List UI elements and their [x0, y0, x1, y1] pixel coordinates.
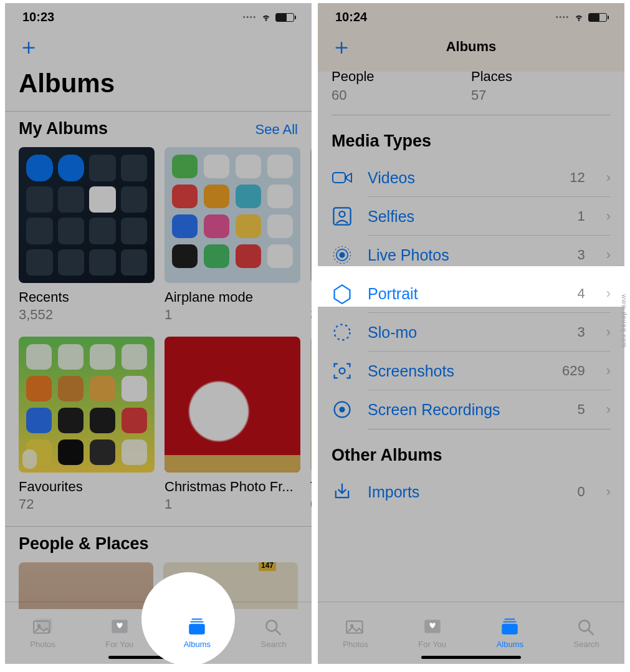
section-title-people-places: People & Places — [5, 526, 312, 562]
tab-albums[interactable]: Albums — [497, 617, 523, 649]
album-christmas[interactable]: Christmas Photo Fr... 1 — [165, 337, 300, 512]
tab-for-you[interactable]: For You — [105, 617, 133, 649]
svg-point-16 — [339, 368, 345, 373]
label: Selfies — [368, 208, 414, 226]
album-favourites[interactable]: ♡ Favourites 72 — [19, 337, 155, 512]
album-peek[interactable]: I 3 — [310, 147, 312, 323]
cell-signal-icon: •••• — [243, 14, 257, 21]
albums-icon — [186, 617, 208, 636]
tab-label: Photos — [30, 640, 55, 649]
album-name: Airplane mode — [165, 289, 300, 305]
section-title-other-albums: Other Albums — [318, 430, 624, 473]
count: 5 — [577, 401, 585, 418]
label: Videos — [368, 169, 415, 187]
portrait-icon — [332, 284, 353, 303]
other-imports[interactable]: Imports 0 › — [318, 473, 624, 511]
page-title: Albums — [5, 62, 312, 108]
count: 4 — [577, 286, 585, 302]
album-count: 1 — [165, 496, 300, 512]
tab-search[interactable]: Search — [574, 617, 599, 649]
nav-header: ＋ — [5, 31, 312, 62]
svg-line-8 — [275, 630, 280, 634]
media-selfies[interactable]: Selfies 1 › — [318, 197, 624, 236]
cell-signal-icon: •••• — [556, 14, 570, 21]
media-screen-recordings[interactable]: Screen Recordings 5 › — [318, 390, 624, 429]
svg-rect-22 — [505, 618, 515, 620]
album-name: Christmas Photo Fr... — [165, 479, 300, 495]
tab-label: For You — [418, 640, 446, 649]
add-button[interactable]: ＋ — [17, 36, 40, 58]
album-row-2[interactable]: ♡ Favourites 72 Christmas Photo Fr... 1 … — [5, 337, 312, 526]
chevron-right-icon: › — [606, 401, 611, 418]
label: Portrait — [368, 285, 418, 303]
photos-icon — [345, 617, 366, 636]
wifi-icon — [573, 13, 585, 22]
album-count: 3 — [310, 307, 312, 323]
tab-photos[interactable]: Photos — [343, 617, 368, 649]
wifi-icon — [260, 13, 272, 22]
status-time: 10:23 — [22, 10, 54, 24]
album-name: Recents — [19, 289, 155, 305]
tab-albums[interactable]: Albums — [184, 617, 211, 649]
count: 3 — [577, 247, 585, 263]
media-screenshots[interactable]: Screenshots 629 › — [318, 352, 624, 390]
tab-photos[interactable]: Photos — [30, 617, 55, 649]
album-thumbnail — [310, 337, 312, 473]
watermark: www.deuaq.com — [621, 294, 628, 348]
album-count: 0 — [310, 496, 312, 512]
section-title-my-albums: My Albums — [19, 119, 108, 138]
media-portrait[interactable]: Portrait 4 › — [318, 274, 624, 313]
chevron-right-icon: › — [606, 247, 611, 263]
album-thumbnail — [165, 147, 300, 283]
chevron-right-icon: › — [606, 484, 611, 500]
selfie-icon — [332, 207, 353, 226]
tab-bar: Photos For You Albums Search — [5, 602, 312, 664]
svg-point-18 — [339, 406, 345, 412]
tab-label: For You — [105, 640, 133, 649]
svg-point-11 — [339, 211, 345, 217]
home-indicator[interactable] — [421, 656, 521, 659]
video-icon — [332, 168, 353, 187]
status-bar: 10:23 •••• — [5, 3, 312, 31]
album-peek-2[interactable]: T 0 — [310, 337, 312, 512]
screenshot-right: 10:24 •••• ＋ Albums People 60 Places 57 … — [318, 3, 624, 664]
live-photos-icon — [332, 246, 353, 264]
chevron-right-icon: › — [606, 324, 611, 340]
album-thumbnail — [165, 337, 300, 473]
battery-icon — [588, 13, 607, 22]
album-count: 3,552 — [19, 307, 155, 323]
label: People — [332, 69, 471, 85]
label: Screenshots — [368, 362, 454, 380]
people-places-summary: People 60 Places 57 — [318, 62, 624, 115]
for-you-icon — [109, 617, 130, 636]
album-row-1[interactable]: Recents 3,552 Airplane mode 1 I 3 — [5, 147, 312, 337]
album-name: Favourites — [19, 479, 155, 495]
album-airplane-mode[interactable]: Airplane mode 1 — [165, 147, 300, 323]
chevron-right-icon: › — [606, 363, 611, 379]
tab-label: Albums — [184, 640, 211, 649]
section-my-albums-header: My Albums See All — [5, 111, 312, 147]
nav-header: ＋ Albums — [318, 31, 624, 62]
media-slo-mo[interactable]: Slo-mo 3 › — [318, 313, 624, 352]
svg-rect-23 — [504, 622, 517, 623]
people-summary[interactable]: People 60 — [332, 69, 471, 103]
status-time: 10:24 — [335, 10, 367, 24]
tab-label: Photos — [343, 640, 368, 649]
album-count: 1 — [165, 307, 300, 323]
search-icon — [263, 617, 284, 636]
media-videos[interactable]: Videos 12 › — [318, 158, 624, 197]
album-name: T — [310, 479, 312, 495]
svg-rect-6 — [189, 624, 206, 635]
home-indicator[interactable] — [108, 656, 208, 659]
places-summary[interactable]: Places 57 — [471, 69, 611, 103]
slo-mo-icon — [332, 323, 353, 342]
tab-search[interactable]: Search — [261, 617, 287, 649]
chevron-right-icon: › — [606, 170, 611, 186]
media-live-photos[interactable]: Live Photos 3 › — [318, 236, 624, 274]
tab-for-you[interactable]: For You — [418, 617, 446, 649]
tab-label: Search — [574, 640, 599, 649]
album-recents[interactable]: Recents 3,552 — [19, 147, 155, 323]
imports-icon — [332, 482, 353, 501]
see-all-link[interactable]: See All — [255, 122, 298, 138]
count: 60 — [332, 87, 471, 103]
